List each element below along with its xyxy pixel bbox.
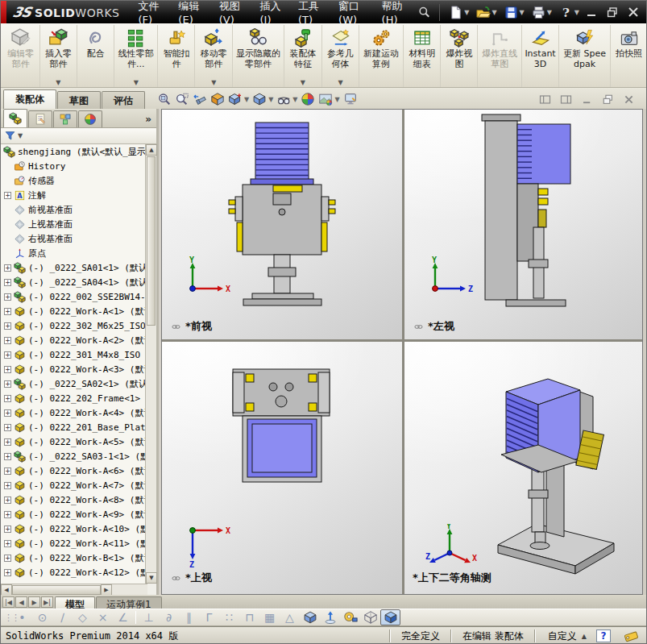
tree-item[interactable]: +(-) 0222_Work-A<9> (默认	[1, 507, 147, 521]
zoom-area-button[interactable]	[175, 92, 189, 106]
dropdown-caret-icon[interactable]: ▼	[134, 79, 139, 86]
tag-icon[interactable]	[622, 629, 640, 643]
dropdown-caret-icon[interactable]: ▼	[520, 9, 525, 16]
last-tab-button[interactable]: ▶|	[41, 596, 53, 608]
tree-item[interactable]: +(-) 0222_302_M6x25_ISO	[1, 318, 147, 333]
ribbon-snapshot-button[interactable]: 拍快照	[611, 25, 647, 87]
dropdown-caret-icon[interactable]: ▼	[301, 79, 305, 86]
dropdown-caret-icon[interactable]: ▼	[338, 79, 342, 86]
search-icon[interactable]	[417, 4, 431, 20]
snap-intersection-button[interactable]: ×	[93, 609, 113, 625]
expand-plus-icon[interactable]: +	[4, 322, 11, 330]
filter-dropdown-caret[interactable]: ▼	[18, 132, 23, 139]
doc-restore-button[interactable]	[600, 93, 616, 106]
close-button[interactable]	[625, 6, 641, 19]
tree-item[interactable]: +(-) 0222_Work-A<4> (默认	[1, 405, 147, 420]
expand-plus-icon[interactable]: +	[4, 380, 11, 388]
expand-plus-icon[interactable]: +	[4, 366, 11, 373]
scroll-left-arrow[interactable]: ◀	[1, 584, 12, 596]
minimize-button[interactable]	[583, 6, 599, 19]
expand-plus-icon[interactable]: +	[4, 395, 11, 402]
snap-quadrant-button[interactable]: ◇	[73, 609, 93, 625]
snap-hv-button[interactable]: Γ	[199, 609, 219, 625]
expand-plus-icon[interactable]: +	[4, 351, 11, 359]
ribbon-move-component-button[interactable]: 移动零部件▼	[195, 25, 233, 87]
snap-grid-button[interactable]: ▦	[259, 609, 280, 625]
tree-item[interactable]: +(-) 0222_Work-A<2> (默认	[1, 333, 147, 347]
ribbon-speedpak-button[interactable]: 更新 Speedpak	[559, 25, 611, 87]
dropdown-caret-icon[interactable]: ▼	[464, 9, 469, 16]
ribbon-smart-fasteners-button[interactable]: 智能扣件	[158, 25, 195, 87]
tree-item[interactable]: +(-) 0222_Work-A<1> (默认	[1, 304, 147, 318]
scroll-thumb[interactable]	[147, 156, 156, 326]
snap-nearest-button[interactable]: ∠	[113, 609, 133, 625]
tree-item[interactable]: +(-) 0222_Work-A<12> (默	[1, 565, 147, 580]
tree-item[interactable]: +(-) 0222_301_M4x8_ISO 4	[1, 347, 147, 362]
expand-plus-icon[interactable]: +	[4, 453, 11, 460]
dropdown-caret-icon[interactable]: ▼	[547, 9, 552, 16]
tree-item[interactable]: +(-) 0222_Work-A<8> (默认	[1, 492, 147, 507]
expand-plus-icon[interactable]: +	[4, 279, 11, 286]
dropdown-caret-icon[interactable]: ▼	[292, 96, 297, 103]
pane-left-button[interactable]	[537, 93, 553, 106]
scroll-thumb-h[interactable]	[12, 585, 101, 595]
ribbon-assembly-features-button[interactable]: 装配体特征▼	[284, 25, 322, 87]
tree-item[interactable]: +(-) _0222_SA04<1> (默认	[1, 275, 147, 289]
solid-cube-button[interactable]	[380, 609, 400, 625]
measure-button[interactable]	[340, 609, 360, 625]
tree-item[interactable]: 前视基准面	[1, 202, 147, 217]
snap-points-button[interactable]: ∷	[219, 609, 239, 625]
sketch-cube-button[interactable]	[300, 609, 320, 625]
dropdown-caret-icon[interactable]: ▼	[334, 96, 339, 103]
tree-item[interactable]: +(-) 0222_002_SSE2BW14-3	[1, 289, 147, 304]
viewport-left[interactable]: YZ*左视	[404, 110, 642, 339]
hide-show-items-button[interactable]: ▼	[276, 92, 297, 106]
tree-item[interactable]: +A注解	[1, 188, 147, 202]
expand-plus-icon[interactable]: +	[4, 540, 11, 547]
help-button[interactable]: ?▼	[557, 4, 583, 21]
zoom-fit-button[interactable]	[157, 92, 172, 106]
dropdown-caret-icon[interactable]: ▼	[244, 96, 249, 103]
previous-view-button[interactable]	[193, 92, 207, 106]
viewport-top[interactable]: ZX*上视	[162, 342, 402, 594]
expand-plus-icon[interactable]: +	[4, 526, 11, 533]
open-button[interactable]: ▼	[474, 4, 500, 21]
tree-horizontal-scrollbar[interactable]: ◀ ▶	[1, 584, 147, 595]
restore-button[interactable]	[604, 6, 620, 19]
tree-item[interactable]: +(-) 0222_202_Frame<1> (	[1, 391, 147, 405]
tree-item[interactable]: +(-) 0222_Work-A<3> (默认	[1, 362, 147, 376]
tree-item[interactable]: +(-) 0222_Work-A<7> (默认	[1, 478, 147, 492]
display-style-button[interactable]: ▼	[252, 92, 273, 106]
tree-item[interactable]: 上视基准面	[1, 217, 147, 231]
tab-运动算例1[interactable]: 运动算例1	[96, 596, 162, 609]
view-settings-button[interactable]	[343, 92, 358, 106]
dropdown-caret-icon[interactable]: ▼	[574, 9, 579, 16]
snap-parallel-button[interactable]: ∥	[179, 609, 199, 625]
wireframe-cube-button[interactable]	[360, 609, 380, 625]
ribbon-motion-study-button[interactable]: 新建运动算例	[359, 25, 404, 87]
ribbon-show-hidden-button[interactable]: 显示隐藏的零部件	[233, 25, 284, 87]
snap-line-button[interactable]: ∕	[52, 609, 73, 625]
dimension-arrow-button[interactable]	[320, 609, 340, 625]
expand-plus-icon[interactable]: +	[4, 409, 11, 417]
panel-tab-fm-assembly[interactable]	[3, 109, 27, 127]
tree-item[interactable]: 传感器	[1, 173, 147, 188]
ribbon-mate-button[interactable]: 配合	[77, 25, 114, 87]
snap-center-point-button[interactable]: ⊙	[32, 609, 52, 625]
dropdown-caret-icon[interactable]: ▼	[211, 79, 216, 86]
snap-perpendicular-button[interactable]: ⊥	[139, 609, 159, 625]
viewport-isometric[interactable]: YXZ*上下二等角轴测	[404, 342, 642, 594]
status-custom-dropdown[interactable]: 自定义 ▲	[538, 629, 596, 643]
expand-plus-icon[interactable]: +	[4, 192, 11, 199]
snap-hv-points-button[interactable]: ⊓	[239, 609, 259, 625]
edit-appearance-button[interactable]	[301, 92, 315, 106]
toolbar-drag-handle-icon[interactable]: ⋮⋮	[4, 613, 12, 623]
tree-item[interactable]: +(-) _0222_SA01<1> (默认	[1, 260, 147, 275]
panel-overflow-chevron[interactable]: »	[145, 114, 151, 127]
prev-tab-button[interactable]: ◀	[15, 596, 27, 608]
section-view-button[interactable]	[210, 92, 225, 106]
viewport-front[interactable]: YX*前视	[162, 110, 402, 339]
tree-vertical-scrollbar[interactable]: ▲ ▼	[145, 144, 156, 584]
expand-plus-icon[interactable]: +	[4, 555, 11, 562]
tree-item[interactable]: +(-) 0222_Work-A<5> (默认	[1, 434, 147, 449]
